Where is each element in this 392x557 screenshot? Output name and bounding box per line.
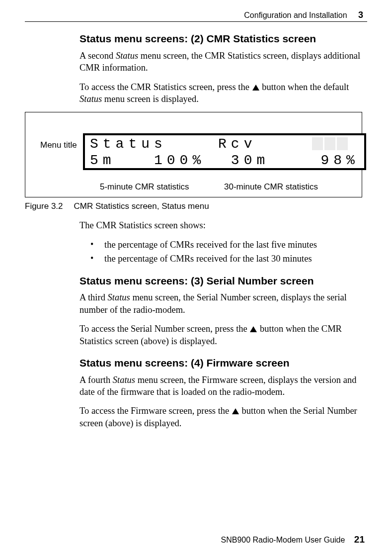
lcd-display: Status Rcv 5m 100% 30m 98%: [83, 133, 366, 170]
figure-caption: Figure 3.2CMR Statistics screen, Status …: [25, 201, 362, 211]
up-triangle-icon: [252, 85, 259, 91]
paragraph: A second Status menu screen, the CMR Sta…: [79, 50, 362, 74]
header-rule: [25, 21, 367, 22]
list-item: the percentage of CMRs received for the …: [90, 253, 362, 265]
footer: SNB900 Radio-Modem User Guide 21: [221, 534, 365, 545]
text: A fourth: [79, 375, 113, 385]
paragraph: To access the CMR Statistics screen, pre…: [79, 81, 362, 105]
text: menu screen is displayed.: [102, 94, 199, 104]
lcd-cursor-blocks: [312, 137, 360, 150]
italic-text: Status: [116, 51, 138, 61]
paragraph: To access the Firmware screen, press the…: [79, 405, 362, 429]
paragraph: The CMR Statistics screen shows:: [79, 219, 362, 231]
footer-title: SNB900 Radio-Modem User Guide: [221, 536, 345, 544]
callout-30min: 30-minute CMR statistics: [224, 182, 318, 192]
callout-5min: 5-minute CMR statistics: [100, 182, 189, 192]
text: A second: [79, 51, 116, 61]
text: To access the Serial Number screen, pres…: [79, 324, 249, 334]
italic-text: Status: [79, 94, 102, 104]
figure-wrap: Menu title Status Rcv 5m 100% 30m 98% 5-…: [25, 112, 362, 211]
text: To access the CMR Statistics screen, pre…: [79, 82, 252, 92]
bullet-list: the percentage of CMRs received for the …: [90, 239, 362, 265]
section-heading-firmware: Status menu screens: (4) Firmware screen: [79, 356, 362, 370]
text: button when the default: [260, 82, 349, 92]
text: To access the Firmware screen, press the: [79, 406, 232, 416]
up-triangle-icon: [250, 326, 257, 332]
paragraph: To access the Serial Number screen, pres…: [79, 323, 362, 347]
section-heading-serial: Status menu screens: (3) Serial Number s…: [79, 274, 362, 288]
paragraph: A third Status menu screen, the Serial N…: [79, 291, 362, 316]
figure-number: Figure 3.2: [25, 201, 63, 211]
list-item: the percentage of CMRs received for the …: [90, 239, 362, 251]
body-column: Status menu screens: (2) CMR Statistics …: [79, 32, 362, 105]
italic-text: Status: [108, 292, 130, 302]
body-column: The CMR Statistics screen shows: the per…: [79, 219, 362, 429]
section-name: Configuration and Installation: [244, 11, 347, 19]
lcd-line-2: 5m 100% 30m 98%: [90, 152, 364, 168]
chapter-number: 3: [358, 10, 363, 20]
section-heading-cmr: Status menu screens: (2) CMR Statistics …: [79, 32, 362, 46]
figure-caption-text: CMR Statistics screen, Status menu: [74, 201, 209, 211]
figure-box: Menu title Status Rcv 5m 100% 30m 98% 5-…: [25, 112, 362, 197]
running-header: Configuration and Installation 3: [25, 10, 367, 20]
page: Configuration and Installation 3 Status …: [0, 0, 392, 557]
paragraph: A fourth Status menu screen, the Firmwar…: [79, 374, 362, 398]
menu-title-label: Menu title: [40, 140, 77, 150]
up-triangle-icon: [232, 408, 239, 414]
italic-text: Status: [113, 375, 135, 385]
page-number: 21: [354, 534, 365, 545]
text: A third: [79, 292, 108, 302]
